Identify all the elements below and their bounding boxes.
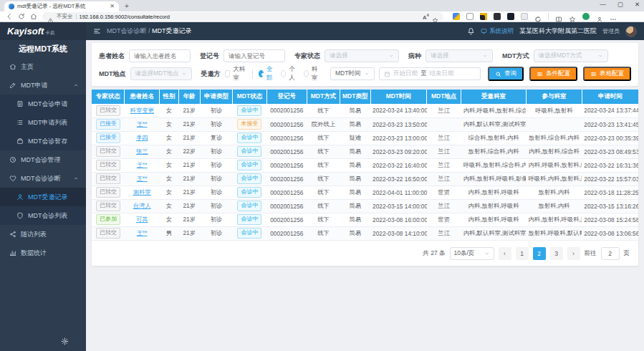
hamburger-icon[interactable]: [93, 27, 101, 35]
sidebar-subitem-1-1[interactable]: MDT申请列表: [0, 113, 86, 132]
patient-name-link[interactable]: 王**: [137, 229, 148, 236]
new-tab-button[interactable]: +: [125, 1, 129, 11]
patient-name-link[interactable]: 王**: [137, 175, 148, 182]
gender-cell: 女: [160, 186, 179, 199]
extension-icon-dark-3[interactable]: [507, 13, 514, 20]
participating-depts-cell: 内科,放射科,呼吸科,测试科室: [526, 213, 582, 226]
sidebar-item-1[interactable]: MDT申请: [0, 76, 86, 95]
mdt-mode-cell: 线下: [307, 213, 340, 226]
apply-time-cell: 2022-03-23 13:41:45: [582, 117, 638, 131]
goto-page-input[interactable]: [601, 247, 620, 260]
mdt-time-field-select[interactable]: MDT时间: [330, 67, 375, 80]
url-bar[interactable]: 不安全 192.168.0.156:9002/consultate/record…: [42, 12, 443, 21]
mdt-mode-select[interactable]: 请选择MDT方式: [534, 49, 608, 62]
reload-icon[interactable]: [18, 13, 25, 20]
mdt-type-cell: 简易: [340, 117, 370, 131]
gender-cell: 女: [160, 104, 179, 117]
mdt-location-select[interactable]: 请选择MDT地点: [130, 67, 192, 80]
favorite-star-icon[interactable]: [432, 14, 438, 20]
tab-close-icon[interactable]: ✕: [110, 4, 115, 9]
patient-name-link[interactable]: 李四: [136, 134, 148, 141]
extension-icon-colorful[interactable]: [453, 13, 460, 20]
sliders-icon: [537, 71, 543, 77]
sidebar-subitem-3-1[interactable]: MDT会诊列表: [0, 206, 86, 225]
sidebar-subitem-label: MDT会诊申请: [28, 100, 68, 109]
page-button-1[interactable]: 1: [516, 247, 529, 260]
disease-select[interactable]: 请选择: [426, 49, 493, 62]
prev-page-button[interactable]: ‹: [499, 247, 511, 260]
participating-depts-cell: 呼吸科,内科,放射科,影像科: [526, 172, 582, 186]
participating-depts-cell: [526, 117, 582, 131]
page-button-2[interactable]: 2: [533, 247, 546, 260]
patient-name-link[interactable]: 张三: [136, 148, 148, 155]
radio-all[interactable]: 全部: [259, 65, 275, 82]
gear-icon[interactable]: [61, 337, 69, 345]
split-screen-icon[interactable]: [555, 13, 562, 20]
next-page-button[interactable]: ›: [567, 247, 580, 260]
back-icon[interactable]: [6, 13, 13, 20]
patient-name-link[interactable]: 台湾人: [133, 202, 151, 209]
sidebar-subitem-1-0[interactable]: MDT会诊申请: [0, 95, 86, 113]
page-button-3[interactable]: 3: [550, 247, 563, 260]
sidebar-item-label: MDT会诊管理: [21, 155, 61, 165]
close-button[interactable]: ✕: [635, 1, 640, 8]
page-size-select[interactable]: 10条/页: [450, 247, 494, 260]
url-text[interactable]: 192.168.0.156:9002/consultate/record: [80, 14, 420, 20]
patient-name-link[interactable]: 科室变更: [130, 107, 154, 114]
table-config-button[interactable]: 表格配置: [583, 67, 631, 81]
mdt-location-cell: 世贤: [427, 213, 461, 226]
chevron-down-icon: [597, 53, 603, 59]
extension-icon-grey[interactable]: [521, 13, 528, 20]
security-warning-icon[interactable]: [47, 14, 54, 20]
maximize-button[interactable]: ▢: [617, 1, 623, 8]
extension-icon-copy[interactable]: [466, 13, 474, 20]
reg-no-input[interactable]: [224, 49, 285, 62]
more-options-icon[interactable]: [610, 13, 617, 20]
date-range-picker[interactable]: 开始日期 至 结束日期: [379, 67, 481, 80]
sidebar-item-2[interactable]: MDT会诊管理: [0, 150, 86, 169]
expert-status-tag: 已转交: [96, 146, 120, 157]
monitor-icon: [481, 28, 487, 34]
user-avatar[interactable]: [625, 26, 637, 37]
extension-icon-green[interactable]: [582, 13, 590, 20]
home-icon[interactable]: [30, 13, 37, 20]
patient-name-input[interactable]: [129, 49, 191, 62]
browser-window: mdt受邀记录 - 远程MDT系统 ✕ + — ▢ ✕ 不安全 192.168.…: [0, 0, 644, 351]
sidebar-item-4[interactable]: 随访列表: [0, 225, 86, 244]
extension-icon-dark-1[interactable]: [480, 13, 487, 20]
profile-avatar-icon[interactable]: [596, 13, 603, 20]
sidebar-item-0[interactable]: 主页: [0, 57, 86, 76]
patient-name-link[interactable]: 王**: [137, 120, 148, 128]
patient-name-link[interactable]: 王**: [137, 161, 148, 168]
expert-status-tag: 已参加: [96, 214, 120, 225]
invited-depts-cell: 呼吸科,放射科,综合科,内科: [461, 158, 527, 172]
browser-tab[interactable]: mdt受邀记录 - 远程MDT系统 ✕: [4, 1, 119, 11]
sidebar-subitem-3-0[interactable]: MDT受邀记录: [0, 188, 86, 206]
sidebar-subitem-1-2[interactable]: MDT会诊暂存: [0, 132, 86, 150]
sidebar-item-3[interactable]: MDT会诊诊断: [0, 169, 86, 188]
extension-icon-refresh[interactable]: [534, 13, 542, 20]
breadcrumb-section[interactable]: MDT会诊诊断: [107, 27, 147, 34]
big-dept-checkbox[interactable]: [225, 70, 231, 77]
mdt-status-tag: 会诊中: [237, 201, 261, 211]
radio-personal[interactable]: 个人: [281, 65, 297, 82]
condition-config-button[interactable]: 条件配置: [529, 67, 577, 81]
search-button[interactable]: 查询: [488, 67, 524, 81]
radio-dept[interactable]: 科室: [304, 65, 320, 82]
big-dept-checkbox-label[interactable]: 大科室: [233, 65, 246, 82]
read-aloud-icon[interactable]: AA: [423, 13, 429, 21]
bell-icon[interactable]: [467, 27, 475, 35]
minimize-button[interactable]: —: [600, 1, 606, 8]
start-date-placeholder[interactable]: 开始日期: [393, 69, 418, 78]
end-date-placeholder[interactable]: 结束日期: [430, 69, 454, 78]
invited-depts-cell: 内科,默认科室,测试科室: [461, 226, 527, 240]
favorites-hub-icon[interactable]: [569, 13, 576, 20]
system-info-link[interactable]: 系统说明: [481, 27, 514, 36]
security-label[interactable]: 不安全: [57, 13, 73, 20]
sidebar-item-5[interactable]: 数据统计: [0, 244, 86, 262]
expert-status-tag: 已接受: [96, 133, 120, 143]
extension-icon-dark-2[interactable]: [494, 13, 501, 20]
expert-status-select[interactable]: 请选择: [325, 49, 399, 62]
patient-name-link[interactable]: 测科室: [133, 188, 151, 196]
patient-name-link[interactable]: 可其: [136, 216, 148, 223]
